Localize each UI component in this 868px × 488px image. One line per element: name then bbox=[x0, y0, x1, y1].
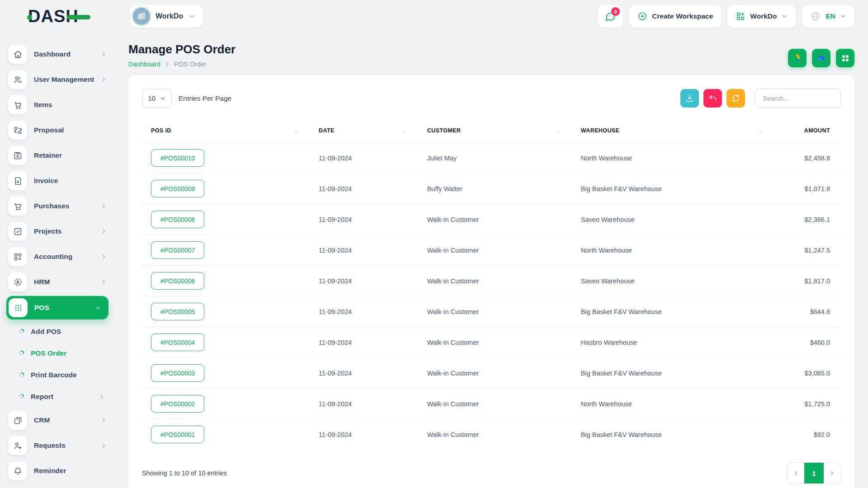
messages-button[interactable]: 0 bbox=[598, 5, 623, 28]
pos-order-table: POS ID↑↓DATE↑↓CUSTOMER↑↓WAREHOUSE↑↓AMOUN… bbox=[142, 119, 841, 450]
pagination: 1 bbox=[787, 462, 841, 484]
sidebar-item-label: HRM bbox=[34, 278, 100, 286]
sidebar-item-dashboard[interactable]: Dashboard bbox=[0, 42, 115, 67]
pos-id-button[interactable]: #POS00009 bbox=[151, 180, 204, 197]
sidebar-item-retainer[interactable]: Retainer bbox=[0, 143, 115, 168]
date-cell: 11-09-2024 bbox=[310, 143, 418, 174]
logo-dot-icon bbox=[27, 15, 32, 20]
table-footer: Showing 1 to 10 of 10 entries 1 bbox=[142, 462, 841, 484]
pos-id-cell: #POS00006 bbox=[142, 266, 310, 296]
sort-arrows-icon[interactable]: ↑↓ bbox=[556, 128, 559, 133]
chevron-down-icon bbox=[840, 13, 846, 19]
entries-per-page-select[interactable]: 10 bbox=[142, 89, 172, 108]
column-header-pos-id[interactable]: POS ID↑↓ bbox=[142, 119, 310, 143]
amount-cell: $2,366.1 bbox=[774, 204, 841, 235]
google-drive-button[interactable] bbox=[788, 49, 807, 67]
pos-id-button[interactable]: #POS00001 bbox=[151, 426, 204, 443]
chevron-right-icon bbox=[100, 203, 107, 209]
table-header: POS ID↑↓DATE↑↓CUSTOMER↑↓WAREHOUSE↑↓AMOUN… bbox=[142, 119, 841, 143]
sidebar-item-label: Accounting bbox=[34, 253, 100, 261]
column-header-customer[interactable]: CUSTOMER↑↓ bbox=[418, 119, 572, 143]
sidebar-item-projects[interactable]: Projects bbox=[0, 219, 115, 244]
sidebar-item-invoice[interactable]: Invoice bbox=[0, 168, 115, 193]
next-page-button[interactable] bbox=[824, 463, 840, 483]
export-button[interactable] bbox=[680, 89, 699, 108]
sidebar-item-requests[interactable]: Requests bbox=[0, 433, 115, 458]
sidebar-subitem-print-barcode[interactable]: Print Barcode bbox=[0, 364, 115, 386]
column-header-date[interactable]: DATE↑↓ bbox=[310, 119, 418, 143]
sidebar-item-purchases[interactable]: Purchases bbox=[0, 193, 115, 219]
page-title: Manage POS Order bbox=[128, 42, 236, 56]
sidebar-item-reminder[interactable]: Reminder bbox=[0, 458, 115, 483]
sidebar-item-user-management[interactable]: User Management bbox=[0, 67, 115, 92]
current-page-button[interactable]: 1 bbox=[804, 463, 824, 483]
sidebar-item-proposal[interactable]: Proposal bbox=[0, 117, 115, 143]
sidebar-subitem-report[interactable]: Report bbox=[0, 386, 115, 408]
globe-icon bbox=[810, 11, 821, 22]
sidebar-subitem-pos-order[interactable]: POS Order bbox=[0, 343, 115, 364]
chevron-right-icon bbox=[100, 253, 107, 260]
grid-plus-icon bbox=[736, 11, 745, 21]
pos-id-button[interactable]: #POS00005 bbox=[151, 303, 204, 320]
previous-page-button[interactable] bbox=[788, 463, 804, 483]
sidebar-item-hrm[interactable]: HRM bbox=[0, 269, 115, 295]
refresh-icon bbox=[731, 94, 741, 103]
pos-id-button[interactable]: #POS00008 bbox=[151, 211, 204, 228]
language-selector[interactable]: EN bbox=[802, 5, 854, 28]
pos-id-button[interactable]: #POS00004 bbox=[151, 333, 204, 351]
column-header-amount[interactable]: AMOUNT bbox=[774, 119, 841, 143]
warehouse-cell: North Warehouse bbox=[572, 389, 774, 419]
sidebar-item-label: Proposal bbox=[34, 126, 107, 134]
workspace-name: WorkDo bbox=[156, 12, 183, 20]
pos-id-button[interactable]: #POS00010 bbox=[151, 149, 204, 167]
refresh-button[interactable] bbox=[726, 89, 745, 108]
pos-id-button[interactable]: #POS00003 bbox=[151, 364, 204, 382]
workspace-selector[interactable]: WorkDo bbox=[130, 5, 203, 28]
breadcrumb: DashboardPOS Order bbox=[128, 61, 236, 68]
pos-id-cell: #POS00001 bbox=[142, 419, 310, 450]
breadcrumb-link[interactable]: Dashboard bbox=[128, 61, 160, 68]
amount-cell: $2,458.8 bbox=[774, 143, 841, 174]
pos-id-button[interactable]: #POS00007 bbox=[151, 241, 204, 259]
table-toolbar: 10 Entries Per Page bbox=[142, 89, 841, 108]
chevron-right-icon bbox=[829, 470, 835, 477]
brand-logo[interactable]: DASH bbox=[28, 7, 79, 25]
amount-cell: $1,725.0 bbox=[774, 389, 841, 419]
onedrive-button[interactable] bbox=[812, 49, 830, 67]
sidebar-item-crm[interactable]: CRM bbox=[0, 408, 115, 433]
amount-cell: $460.0 bbox=[774, 327, 841, 358]
bell-icon bbox=[8, 461, 27, 480]
customer-cell: Walk-in Customer bbox=[418, 419, 572, 450]
create-workspace-button[interactable]: Create Workspace bbox=[629, 5, 721, 28]
sidebar-item-accounting[interactable]: Accounting bbox=[0, 244, 115, 269]
date-cell: 11-09-2024 bbox=[310, 327, 418, 358]
column-header-warehouse[interactable]: WAREHOUSE↑↓ bbox=[572, 119, 774, 143]
page-header-text: Manage POS Order DashboardPOS Order bbox=[128, 41, 236, 68]
warehouse-cell: Saveo Warehouse bbox=[572, 204, 774, 235]
pos-id-button[interactable]: #POS00006 bbox=[151, 272, 204, 290]
entries-per-page-label: Entries Per Page bbox=[179, 94, 231, 103]
search-input[interactable] bbox=[755, 89, 841, 108]
hrm-icon bbox=[8, 272, 27, 291]
sub-bullet-icon bbox=[19, 349, 24, 357]
apps-grid-button[interactable] bbox=[836, 49, 854, 67]
sidebar-subitem-add-pos[interactable]: Add POS bbox=[0, 321, 115, 343]
sidebar-item-pos[interactable]: POS bbox=[0, 295, 115, 321]
sort-arrows-icon[interactable]: ↑↓ bbox=[402, 128, 406, 133]
customer-cell: Walk-in Customer bbox=[418, 266, 572, 296]
app-menu-button[interactable]: WorkDo bbox=[727, 5, 796, 28]
building-icon bbox=[137, 11, 146, 21]
table-row: #POS00001 11-09-2024 Walk-in Customer Bi… bbox=[142, 419, 841, 450]
sort-arrows-icon[interactable]: ↑↓ bbox=[294, 128, 297, 133]
amount-cell: $3,065.0 bbox=[774, 358, 841, 389]
table-row: #POS00007 11-09-2024 Walk-in Customer No… bbox=[142, 235, 841, 266]
cart-icon bbox=[8, 95, 27, 114]
amount-cell: $644.8 bbox=[774, 296, 841, 327]
undo-button[interactable] bbox=[703, 89, 722, 108]
pos-id-button[interactable]: #POS00002 bbox=[151, 395, 204, 413]
undo-icon bbox=[708, 94, 717, 103]
sidebar-item-items[interactable]: Items bbox=[0, 92, 115, 117]
sort-arrows-icon[interactable]: ↑↓ bbox=[759, 128, 762, 133]
sub-bullet-icon bbox=[19, 393, 24, 401]
sidebar-subitem-label: POS Order bbox=[31, 349, 105, 357]
